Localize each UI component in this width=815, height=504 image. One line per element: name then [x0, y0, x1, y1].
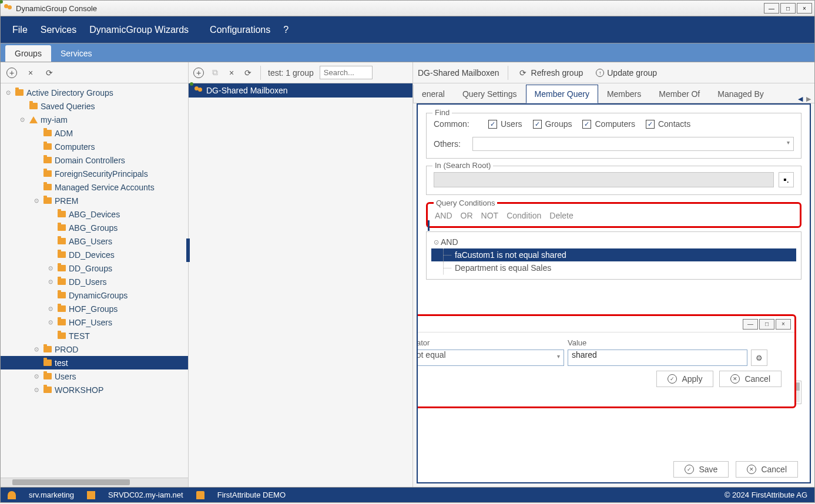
tab-scroll-right[interactable]: ▶	[806, 95, 811, 103]
menu-dynamicgroup-wizards[interactable]: DynamicGroup Wizards	[89, 25, 189, 35]
tab-query-settings[interactable]: Query Settings	[454, 85, 526, 103]
tree-item[interactable]: ⊙DD_Groups	[1, 261, 188, 275]
tab-member-query[interactable]: Member Query	[526, 85, 598, 103]
status-user-icon	[8, 491, 16, 499]
checkbox-groups[interactable]: ✓Groups	[533, 119, 572, 129]
tab-general[interactable]: eneral	[413, 85, 454, 103]
tree-add-button[interactable]: +	[6, 68, 17, 78]
tree-item[interactable]: ⊙HOF_Groups	[1, 302, 188, 315]
qc-condition-button[interactable]: Condition	[507, 211, 541, 220]
tree-item[interactable]: ⊙Active Directory Groups	[1, 86, 188, 99]
main-tabstrip: Groups Services	[0, 43, 815, 62]
tree-close-button[interactable]: ×	[25, 68, 36, 78]
list-close-button[interactable]: ×	[226, 68, 237, 78]
group-item[interactable]: DG-Shared Mailboxen	[189, 83, 412, 98]
folder-icon	[57, 224, 66, 232]
qc-delete-button[interactable]: Delete	[549, 211, 573, 220]
tree-item[interactable]: Managed Service Accounts	[1, 180, 188, 194]
tree-item[interactable]: ABG_Devices	[1, 207, 188, 221]
menu-configurations[interactable]: Configurations	[210, 25, 270, 35]
tab-services[interactable]: Services	[51, 45, 102, 62]
window-titlebar: DynamicGroup Console — □ ×	[0, 0, 815, 16]
tree-item-label: Saved Queries	[41, 102, 95, 111]
tab-scroll-left[interactable]: ◀	[798, 95, 803, 103]
checkbox-contacts[interactable]: ✓Contacts	[646, 119, 690, 129]
tab-member-of[interactable]: Member Of	[650, 85, 709, 103]
folder-icon	[57, 251, 66, 259]
value-input[interactable]: shared	[568, 350, 747, 366]
tree-horizontal-scrollbar[interactable]	[1, 478, 188, 487]
tree-item[interactable]: ABG_Users	[1, 234, 188, 248]
folder-icon	[57, 291, 66, 300]
checkbox-computers[interactable]: ✓Computers	[582, 119, 635, 129]
tab-members[interactable]: Members	[598, 85, 650, 103]
tree-item[interactable]: Saved Queries	[1, 99, 188, 113]
cancel-button[interactable]: ✕Cancel	[736, 461, 798, 478]
tree-item[interactable]: DD_Devices	[1, 248, 188, 261]
operator-select[interactable]: is not equal	[417, 350, 564, 366]
find-fieldset: Find Common: ✓Users ✓Groups ✓Computers ✓…	[426, 113, 801, 159]
window-title: DynamicGroup Console	[16, 4, 763, 13]
qc-not-button[interactable]: NOT	[481, 211, 499, 220]
qc-or-button[interactable]: OR	[461, 211, 473, 220]
dialog-maximize-button[interactable]: □	[759, 319, 774, 330]
menu-file[interactable]: File	[12, 25, 28, 35]
dialog-close-button[interactable]: ×	[776, 319, 791, 330]
dialog-minimize-button[interactable]: —	[743, 319, 758, 330]
qc-and-button[interactable]: AND	[435, 211, 452, 220]
value-settings-button[interactable]: ⚙	[751, 350, 767, 366]
dialog-apply-button[interactable]: ✓Apply	[656, 371, 713, 387]
tree-item[interactable]: Computers	[1, 140, 188, 153]
dialog-cancel-button[interactable]: ✕Cancel	[719, 371, 782, 387]
tree-item[interactable]: Domain Controllers	[1, 153, 188, 167]
menu-services[interactable]: Services	[41, 25, 76, 35]
tree-item[interactable]: ⊙HOF_Users	[1, 315, 188, 329]
search-input[interactable]	[320, 66, 373, 79]
statusbar: srv.marketing SRVDC02.my-iam.net FirstAt…	[0, 488, 815, 503]
list-add-button[interactable]: +	[193, 68, 204, 78]
folder-icon	[43, 359, 52, 367]
folder-icon	[43, 372, 52, 381]
menu-help[interactable]: ?	[283, 25, 289, 35]
condition-root[interactable]: ⊙AND	[431, 236, 796, 248]
tree-item[interactable]: TEST	[1, 329, 188, 342]
folder-icon	[57, 278, 66, 286]
close-button[interactable]: ×	[797, 3, 812, 14]
query-conditions-legend: Query Conditions	[434, 199, 497, 207]
tree-item[interactable]: test	[1, 356, 188, 369]
folder-icon	[43, 143, 52, 151]
list-refresh-button[interactable]: ⟳	[243, 68, 253, 78]
tree-item[interactable]: ADM	[1, 126, 188, 140]
tree-item-label: ABG_Devices	[69, 210, 120, 219]
tree-item[interactable]: ⊙my-iam	[1, 113, 188, 126]
menubar: File Services DynamicGroup Wizards Confi…	[0, 16, 815, 43]
splitter-handle[interactable]	[186, 238, 190, 262]
tab-managed-by[interactable]: Managed By	[709, 85, 773, 103]
others-select[interactable]	[472, 137, 794, 151]
tree-refresh-button[interactable]: ⟳	[44, 68, 55, 78]
tree-item[interactable]: DynamicGroups	[1, 288, 188, 302]
checkbox-users[interactable]: ✓Users	[488, 119, 522, 129]
tree-item[interactable]: ⊙WORKSHOP	[1, 383, 188, 397]
condition-row-1[interactable]: faCustom1 is not equal shared	[431, 248, 796, 261]
search-root-legend: In (Search Root)	[432, 161, 493, 170]
find-legend: Find	[432, 108, 452, 117]
tab-groups[interactable]: Groups	[5, 45, 51, 62]
maximize-button[interactable]: □	[780, 3, 796, 14]
search-root-input[interactable]	[434, 172, 774, 187]
list-copy-button[interactable]: ⧉	[210, 68, 220, 78]
search-root-browse-button[interactable]: ▪.	[779, 172, 794, 187]
minimize-button[interactable]: —	[764, 3, 779, 14]
tree-item[interactable]: ABG_Groups	[1, 221, 188, 234]
tree-item[interactable]: ForeignSecurityPrincipals	[1, 167, 188, 180]
value-label: Value	[568, 338, 767, 347]
tree-item[interactable]: ⊙PROD	[1, 342, 188, 356]
condition-row-2[interactable]: Department is equal Sales	[431, 261, 796, 274]
save-button[interactable]: ✓Save	[673, 461, 729, 478]
tree-item[interactable]: ⊙PREM	[1, 194, 188, 207]
refresh-group-button[interactable]: ⟳Refresh group	[514, 66, 587, 79]
tree-item[interactable]: ⊙Users	[1, 369, 188, 383]
tree-body[interactable]: ⊙Active Directory GroupsSaved Queries⊙my…	[1, 83, 188, 478]
tree-item[interactable]: ⊙DD_Users	[1, 275, 188, 288]
update-group-button[interactable]: ↑Update group	[592, 67, 660, 79]
